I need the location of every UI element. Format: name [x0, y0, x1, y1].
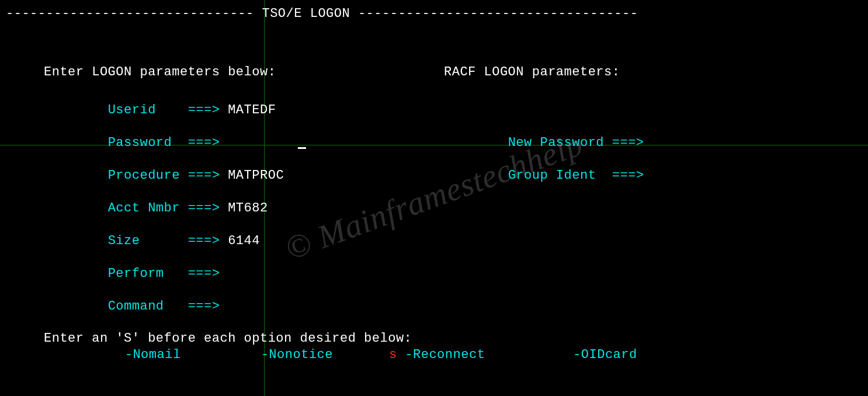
- groupident-input[interactable]: [652, 168, 722, 183]
- option-nomail[interactable]: -Nomail: [117, 349, 181, 362]
- perform-label: Perform: [108, 266, 180, 281]
- acct-label: Acct Nmbr: [108, 201, 180, 216]
- title-bar: ------------------------------- TSO/E LO…: [0, 6, 868, 22]
- command-label: Command: [108, 299, 180, 314]
- options-prompt: Enter an 'S' before each option desired …: [0, 332, 412, 345]
- option-reconnect[interactable]: s -Reconnect: [389, 349, 485, 362]
- groupident-label: Group Ident: [508, 168, 604, 183]
- newpassword-input[interactable]: [652, 136, 722, 150]
- command-input[interactable]: [228, 299, 578, 314]
- arrow-icon: ===>: [188, 168, 220, 183]
- option-oidcard[interactable]: -OIDcard: [565, 349, 637, 362]
- arrow-icon: ===>: [188, 136, 220, 150]
- arrow-icon: ===>: [188, 103, 220, 117]
- perform-input[interactable]: [228, 266, 345, 281]
- password-label: Password: [108, 136, 180, 150]
- newpassword-label: New Password: [508, 136, 604, 150]
- procedure-input[interactable]: [228, 168, 345, 183]
- arrow-icon: ===>: [612, 168, 644, 183]
- field-password-row: Password ===> New Password ===>: [0, 134, 868, 151]
- acct-input[interactable]: [228, 201, 345, 216]
- options-row: -Nomail -Nonotice s -Reconnect -OIDcard: [0, 347, 868, 363]
- field-procedure-row: Procedure ===> Group Ident ===>: [0, 167, 868, 183]
- password-input[interactable]: [228, 136, 298, 150]
- text-cursor-icon: [298, 147, 306, 149]
- field-userid: Userid ===>: [0, 102, 868, 118]
- field-command: Command ===>: [0, 298, 868, 314]
- size-input[interactable]: [228, 234, 345, 248]
- arrow-icon: ===>: [188, 234, 220, 248]
- arrow-icon: ===>: [612, 136, 644, 150]
- arrow-icon: ===>: [188, 201, 220, 216]
- size-label: Size: [108, 234, 180, 248]
- option-nonotice[interactable]: -Nonotice: [253, 349, 333, 362]
- field-size: Size ===>: [0, 232, 868, 249]
- heading-left: Enter LOGON parameters below:: [0, 66, 444, 79]
- userid-input[interactable]: [228, 103, 345, 117]
- heading-right: RACF LOGON parameters:: [444, 66, 620, 79]
- procedure-label: Procedure: [108, 168, 180, 183]
- arrow-icon: ===>: [188, 299, 220, 314]
- title-text: ------------------------------- TSO/E LO…: [6, 8, 638, 20]
- userid-label: Userid: [108, 103, 180, 117]
- field-perform: Perform ===>: [0, 265, 868, 282]
- field-acct: Acct Nmbr ===>: [0, 200, 868, 216]
- arrow-icon: ===>: [188, 266, 220, 281]
